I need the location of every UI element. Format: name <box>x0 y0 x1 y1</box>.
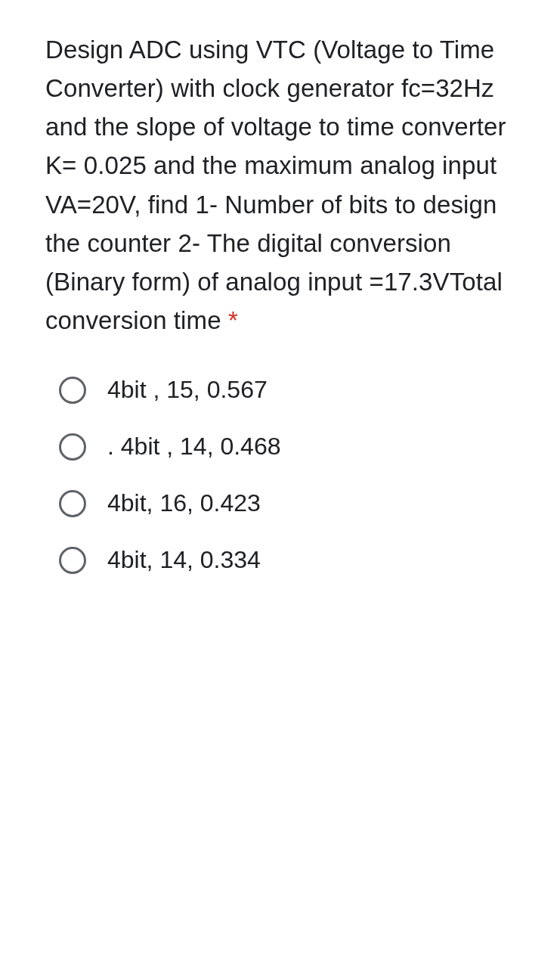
radio-icon <box>59 547 86 574</box>
radio-icon <box>59 433 86 461</box>
option-label: 4bit, 16, 0.423 <box>107 489 261 517</box>
option-4[interactable]: 4bit, 14, 0.334 <box>59 546 522 574</box>
option-label: 4bit, 14, 0.334 <box>107 546 261 574</box>
radio-icon <box>59 377 86 404</box>
question-body: Design ADC using VTC (Voltage to Time Co… <box>45 36 506 334</box>
option-1[interactable]: 4bit , 15, 0.567 <box>59 376 522 404</box>
option-label: 4bit , 15, 0.567 <box>107 376 268 404</box>
question-text: Design ADC using VTC (Voltage to Time Co… <box>45 30 522 340</box>
options-group: 4bit , 15, 0.567 . 4bit , 14, 0.468 4bit… <box>45 376 522 574</box>
required-star: * <box>228 306 238 334</box>
option-2[interactable]: . 4bit , 14, 0.468 <box>59 433 522 461</box>
option-3[interactable]: 4bit, 16, 0.423 <box>59 489 522 517</box>
option-label: . 4bit , 14, 0.468 <box>107 433 281 461</box>
radio-icon <box>59 490 86 517</box>
